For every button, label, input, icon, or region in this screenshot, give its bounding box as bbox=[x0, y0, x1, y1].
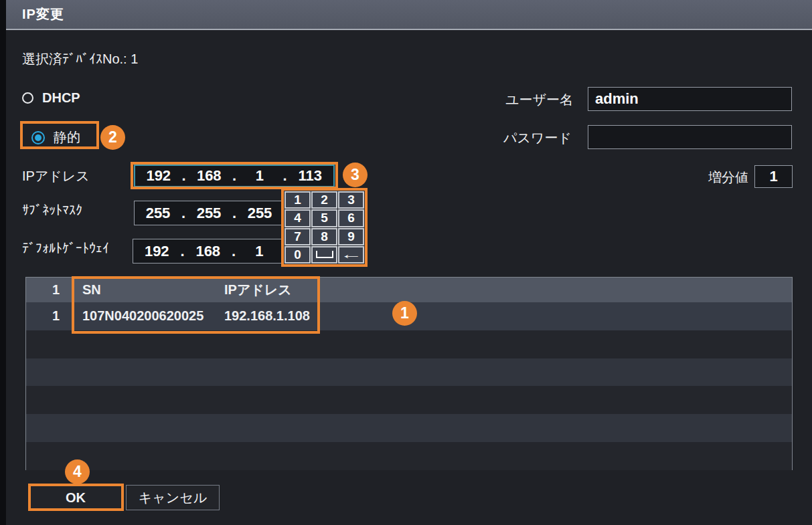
increment-value: 1 bbox=[769, 168, 777, 185]
keypad-backspace-key[interactable]: ← bbox=[338, 246, 364, 264]
subnet-octet-1: 255 bbox=[135, 205, 181, 222]
ip-octet-2: 168 bbox=[186, 167, 233, 185]
keypad-key-7[interactable]: 7 bbox=[285, 228, 311, 245]
table-row-empty bbox=[26, 442, 792, 470]
row-sn: 107N040200620025 bbox=[69, 308, 213, 324]
default-gateway-label: ﾃﾞﾌｫﾙﾄｹﾞｰﾄｳｪｲ bbox=[22, 241, 109, 256]
dhcp-radio-label: DHCP bbox=[42, 90, 80, 106]
radio-selected-icon[interactable] bbox=[31, 131, 45, 144]
keypad-key-9[interactable]: 9 bbox=[338, 228, 364, 245]
keypad-key-2[interactable]: 2 bbox=[311, 191, 337, 209]
ip-address-value: 192 . 168 . 1 . 113 bbox=[135, 167, 333, 185]
subnet-mask-label: ｻﾌﾞﾈｯﾄﾏｽｸ bbox=[22, 203, 82, 218]
username-label: ユーザー名 bbox=[505, 91, 573, 109]
gateway-octet-3: 1 bbox=[236, 243, 283, 260]
ip-octet-4: 113 bbox=[287, 167, 334, 185]
header-no: 1 bbox=[26, 282, 69, 298]
backspace-key-icon: ← bbox=[339, 247, 362, 262]
subnet-octet-3: 255 bbox=[236, 205, 283, 222]
username-field[interactable]: admin bbox=[588, 87, 792, 111]
selected-device-text: 選択済ﾃﾞﾊﾞｲｽNo.: 1 bbox=[22, 50, 138, 68]
password-field[interactable] bbox=[588, 125, 792, 149]
keypad-space-key[interactable] bbox=[311, 246, 337, 264]
annotation-marker-2: 2 bbox=[100, 125, 125, 150]
static-radio-label: 静的 bbox=[54, 128, 80, 146]
header-ip: IPアドレス bbox=[213, 281, 792, 299]
keypad-key-3[interactable]: 3 bbox=[338, 191, 364, 209]
ip-address-field[interactable]: 192 . 168 . 1 . 113 bbox=[134, 165, 335, 187]
header-sn: SN bbox=[69, 282, 213, 298]
device-table: 1 SN IPアドレス 1 107N040200620025 192.168.1… bbox=[25, 277, 793, 470]
ip-octet-3: 1 bbox=[236, 167, 283, 185]
device-table-header: 1 SN IPアドレス bbox=[26, 278, 792, 302]
keypad-key-8[interactable]: 8 bbox=[311, 228, 337, 245]
ok-button[interactable]: OK bbox=[31, 486, 120, 509]
gateway-octet-2: 168 bbox=[185, 243, 232, 260]
numeric-keypad: 1 2 3 4 5 6 7 8 9 0 ← bbox=[281, 188, 368, 267]
ip-octet-1: 192 bbox=[135, 167, 182, 185]
keypad-key-1[interactable]: 1 bbox=[285, 191, 311, 209]
username-value: admin bbox=[588, 90, 639, 108]
increment-label: 増分値 bbox=[708, 169, 748, 187]
keypad-key-5[interactable]: 5 bbox=[311, 209, 337, 227]
dialog-left-edge bbox=[0, 0, 6, 525]
dialog-title: IP変更 bbox=[22, 5, 64, 23]
table-row-empty bbox=[26, 330, 792, 358]
radio-unselected-icon[interactable] bbox=[22, 92, 33, 104]
subnet-octet-2: 255 bbox=[185, 205, 232, 222]
password-label: パスワード bbox=[503, 129, 572, 147]
space-key-icon bbox=[316, 251, 333, 258]
gateway-octet-1: 192 bbox=[133, 243, 181, 260]
increment-field[interactable]: 1 bbox=[754, 165, 793, 188]
cancel-button[interactable]: キャンセル bbox=[126, 485, 220, 510]
annotation-marker-3: 3 bbox=[343, 163, 368, 187]
row-ip: 192.168.1.108 bbox=[213, 308, 792, 324]
keypad-key-4[interactable]: 4 bbox=[285, 209, 311, 227]
table-row-empty bbox=[26, 414, 792, 442]
ip-change-dialog: IP変更 選択済ﾃﾞﾊﾞｲｽNo.: 1 DHCP 静的 IPアドレス 192 … bbox=[0, 0, 812, 525]
ip-address-label: IPアドレス bbox=[22, 167, 90, 185]
dhcp-radio-row[interactable]: DHCP bbox=[22, 90, 80, 106]
keypad-key-6[interactable]: 6 bbox=[338, 209, 364, 227]
keypad-key-0[interactable]: 0 bbox=[285, 246, 311, 264]
table-row-empty bbox=[26, 386, 792, 414]
title-bar: IP変更 bbox=[6, 0, 812, 30]
table-row-empty bbox=[26, 358, 792, 387]
table-row[interactable]: 1 107N040200620025 192.168.1.108 bbox=[26, 302, 792, 330]
static-radio-row[interactable]: 静的 bbox=[31, 128, 80, 146]
row-no: 1 bbox=[26, 308, 69, 324]
